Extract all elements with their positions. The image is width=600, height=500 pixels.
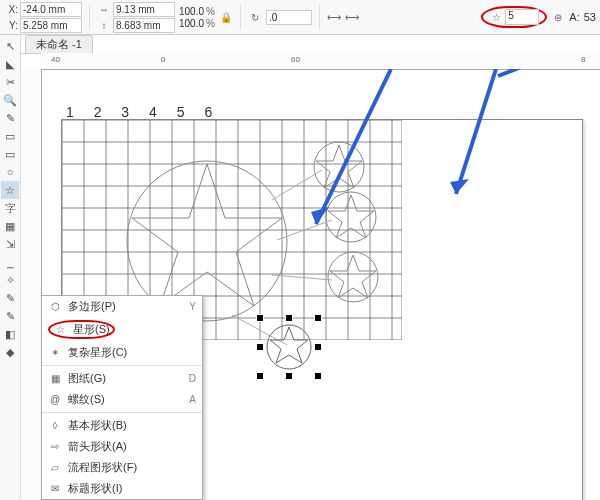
annotation-arrow-3 <box>493 69 583 81</box>
flyout-banner-shapes[interactable]: ✉标题形状(I) <box>42 478 202 499</box>
crop-tool[interactable]: ✂ <box>1 73 19 91</box>
flyout-separator <box>42 365 202 366</box>
eyedropper-tool[interactable]: ✎ <box>1 289 19 307</box>
selection-handles[interactable] <box>260 318 318 376</box>
y-label: Y: <box>4 20 18 31</box>
sharpness-val[interactable]: 53 <box>584 11 596 23</box>
text-tool[interactable]: 字 <box>1 199 19 217</box>
document-tab[interactable]: 未命名 -1 <box>25 35 93 53</box>
size-group: ↔9.13 mm ↕8.683 mm <box>97 2 175 33</box>
smart-fill-tool[interactable]: ▭ <box>1 127 19 145</box>
rotation-input[interactable]: .0 <box>266 10 312 25</box>
flyout-spiral[interactable]: @螺纹(S)A <box>42 389 202 410</box>
flyout-complex-star[interactable]: ✶复杂星形(C) <box>42 342 202 363</box>
svg-line-42 <box>316 69 391 224</box>
rectangle-tool[interactable]: ▭ <box>1 145 19 163</box>
flyout-separator <box>42 412 202 413</box>
flyout-star[interactable]: ☆星形(S) <box>42 317 202 342</box>
y-input[interactable]: 5.258 mm <box>20 18 82 33</box>
annotation-arrow-2 <box>441 69 511 209</box>
annotation-arrow-1 <box>301 69 401 239</box>
connector-tool[interactable]: ⎯ <box>1 253 19 271</box>
effects-tool[interactable]: ✧ <box>1 271 19 289</box>
svg-line-46 <box>498 69 568 76</box>
sharpness-label: A: <box>569 11 579 23</box>
dimension-tool[interactable]: ⇲ <box>1 235 19 253</box>
table-tool[interactable]: ▦ <box>1 217 19 235</box>
fill-tool[interactable]: ◧ <box>1 325 19 343</box>
w-input[interactable]: 9.13 mm <box>113 2 175 17</box>
star-points-input[interactable]: 5 <box>505 9 539 25</box>
mirror-h-icon[interactable]: ⟷ <box>327 10 341 24</box>
document-tabs: 未命名 -1 <box>21 35 600 54</box>
flyout-arrow-shapes[interactable]: ⇨箭头形状(A) <box>42 436 202 457</box>
rotate-icon: ↻ <box>248 10 262 24</box>
scale-group: 100.0% 100.0% <box>179 6 215 29</box>
position-group: X:-24.0 mm Y:5.258 mm <box>4 2 82 33</box>
height-icon: ↕ <box>97 18 111 32</box>
vertical-ruler[interactable] <box>21 69 42 500</box>
svg-marker-43 <box>311 207 329 224</box>
h-input[interactable]: 8.683 mm <box>113 18 175 33</box>
points-highlight: ☆ 5 <box>481 6 547 28</box>
x-input[interactable]: -24.0 mm <box>20 2 82 17</box>
width-icon: ↔ <box>97 2 111 16</box>
spiral-icon: @ <box>48 393 62 407</box>
ellipse-tool[interactable]: ○ <box>1 163 19 181</box>
flyout-polygon[interactable]: ⬡多边形(P)Y <box>42 296 202 317</box>
scale-x[interactable]: 100.0 <box>179 6 204 17</box>
star-icon: ☆ <box>53 323 67 337</box>
basic-shapes-icon: ◊ <box>48 419 62 433</box>
complex-star-icon: ✶ <box>48 346 62 360</box>
freehand-tool[interactable]: ✎ <box>1 109 19 127</box>
scale-y[interactable]: 100.0 <box>179 18 204 29</box>
flyout-flowchart-shapes[interactable]: ▱流程图形状(F) <box>42 457 202 478</box>
hexagon-icon: ⬡ <box>48 300 62 314</box>
polygon-flyout-menu: ⬡多边形(P)Y ☆星形(S) ✶复杂星形(C) ▦图纸(G)D @螺纹(S)A… <box>41 295 203 500</box>
canvas-area: 未命名 -1 40 0 60 8 1 2 3 4 5 6 <box>21 35 600 500</box>
graph-icon: ▦ <box>48 372 62 386</box>
horizontal-ruler[interactable]: 40 0 60 8 <box>41 53 600 70</box>
outline-tool[interactable]: ✎ <box>1 307 19 325</box>
svg-line-38 <box>272 275 332 280</box>
banner-icon: ✉ <box>48 482 62 496</box>
pick-tool[interactable]: ↖ <box>1 37 19 55</box>
arrow-shapes-icon: ⇨ <box>48 440 62 454</box>
separator <box>89 5 90 29</box>
polygon-tool[interactable]: ☆ <box>1 181 19 199</box>
svg-marker-45 <box>450 179 469 194</box>
flowchart-icon: ▱ <box>48 461 62 475</box>
flyout-graph-paper[interactable]: ▦图纸(G)D <box>42 368 202 389</box>
separator <box>240 5 241 29</box>
separator <box>319 5 320 29</box>
interactive-fill-tool[interactable]: ◆ <box>1 343 19 361</box>
lock-ratio-icon[interactable]: 🔒 <box>219 10 233 24</box>
shape-tool[interactable]: ◣ <box>1 55 19 73</box>
spinner-icon[interactable]: ⊜ <box>551 10 565 24</box>
x-label: X: <box>4 4 18 15</box>
star-points-icon: ☆ <box>489 10 503 24</box>
column-numbers: 1 2 3 4 5 6 <box>66 104 220 120</box>
svg-line-44 <box>456 69 496 194</box>
zoom-tool[interactable]: 🔍 <box>1 91 19 109</box>
toolbox: ↖ ◣ ✂ 🔍 ✎ ▭ ▭ ○ ☆ 字 ▦ ⇲ ⎯ ✧ ✎ ✎ ◧ ◆ <box>0 35 21 500</box>
mirror-v-icon[interactable]: ⟷ <box>345 10 359 24</box>
property-bar: X:-24.0 mm Y:5.258 mm ↔9.13 mm ↕8.683 mm… <box>0 0 600 35</box>
flyout-basic-shapes[interactable]: ◊基本形状(B) <box>42 415 202 436</box>
